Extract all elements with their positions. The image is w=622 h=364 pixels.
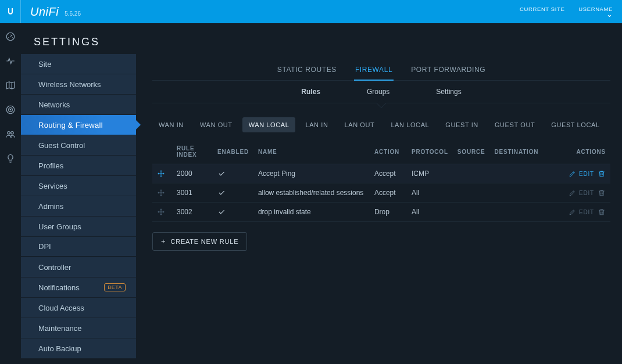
check-icon <box>217 170 249 178</box>
chip-guest-in[interactable]: GUEST IN <box>439 117 485 132</box>
left-rail <box>0 23 21 364</box>
sidebar-item-routing-firewall[interactable]: Routing & Firewall <box>21 115 136 135</box>
th-enabled[interactable]: ENABLED <box>213 140 253 164</box>
sidebar-item-services[interactable]: Services <box>21 176 136 196</box>
cell-protocol: All <box>407 203 453 222</box>
tab-firewall[interactable]: FIREWALL <box>354 61 394 81</box>
sidebar-item-label: Controller <box>38 263 71 272</box>
th-action[interactable]: ACTION <box>370 140 407 164</box>
cell-action: Drop <box>370 203 407 222</box>
cell-source <box>453 164 490 183</box>
sidebar-item-user-groups[interactable]: User Groups <box>21 217 136 237</box>
th-rule-index[interactable]: RULE INDEX <box>172 140 213 164</box>
create-new-rule-label: CREATE NEW RULE <box>170 238 238 245</box>
ubiquiti-logo[interactable] <box>0 0 21 23</box>
cell-name: drop invalid state <box>253 203 370 222</box>
drag-handle-icon[interactable] <box>157 189 167 197</box>
create-new-rule-button[interactable]: + CREATE NEW RULE <box>152 232 247 251</box>
brand-name: UniFi <box>30 5 59 19</box>
chip-lan-out[interactable]: LAN OUT <box>338 117 381 132</box>
cell-name: Accept Ping <box>253 164 370 183</box>
current-site-dropdown[interactable]: CURRENT SITE <box>520 6 564 12</box>
delete-button[interactable] <box>598 189 606 197</box>
cell-rule-index: 3001 <box>172 183 213 203</box>
page-title: SETTINGS <box>21 23 622 54</box>
bulb-icon[interactable] <box>5 153 16 164</box>
sidebar-item-label: Notifications <box>38 283 80 292</box>
delete-button[interactable] <box>598 208 606 216</box>
username-dropdown[interactable]: USERNAME ⌄ <box>578 6 613 17</box>
edit-label: EDIT <box>579 190 594 196</box>
chip-lan-local[interactable]: LAN LOCAL <box>384 117 435 132</box>
sidebar-item-guest-control[interactable]: Guest Control <box>21 135 136 156</box>
sidebar-item-label: Profiles <box>38 161 63 170</box>
sidebar-item-label: User Groups <box>38 222 81 231</box>
sidebar-item-wireless-networks[interactable]: Wireless Networks <box>21 74 136 95</box>
current-site-label: CURRENT SITE <box>520 6 564 12</box>
top-bar: UniFi 5.6.26 CURRENT SITE USERNAME ⌄ <box>0 0 622 23</box>
table-row[interactable]: 3002drop invalid stateDropAllEDIT <box>152 203 610 222</box>
tabs-primary: STATIC ROUTESFIREWALLPORT FORWARDING <box>152 54 610 81</box>
cell-protocol: All <box>407 183 453 203</box>
edit-button[interactable]: EDIT <box>569 208 594 216</box>
subtab-groups[interactable]: Groups <box>367 81 389 103</box>
sidebar-item-controller[interactable]: Controller <box>21 257 136 277</box>
rule-group-chips: WAN INWAN OUTWAN LOCALLAN INLAN OUTLAN L… <box>152 117 610 132</box>
cell-destination <box>489 183 543 203</box>
tab-static-routes[interactable]: STATIC ROUTES <box>276 61 338 80</box>
sidebar-item-label: Maintenance <box>38 324 81 333</box>
th-destination[interactable]: DESTINATION <box>489 140 543 164</box>
delete-button[interactable] <box>598 170 606 178</box>
edit-button[interactable]: EDIT <box>569 189 594 197</box>
chevron-down-icon: ⌄ <box>606 12 613 17</box>
sidebar-item-admins[interactable]: Admins <box>21 196 136 217</box>
chip-lan-in[interactable]: LAN IN <box>299 117 334 132</box>
sidebar-item-auto-backup[interactable]: Auto Backup <box>21 338 136 359</box>
sidebar-item-site[interactable]: Site <box>21 54 136 74</box>
cell-rule-index: 3002 <box>172 203 213 222</box>
sidebar-item-profiles[interactable]: Profiles <box>21 156 136 176</box>
edit-label: EDIT <box>579 209 594 215</box>
sidebar-item-notifications[interactable]: NotificationsBETA <box>21 277 136 298</box>
brand: UniFi 5.6.26 <box>30 5 81 19</box>
cell-action: Accept <box>370 164 407 183</box>
chip-wan-out[interactable]: WAN OUT <box>194 117 239 132</box>
chip-guest-out[interactable]: GUEST OUT <box>488 117 541 132</box>
svg-point-5 <box>11 132 14 135</box>
sidebar-item-label: Networks <box>38 100 70 109</box>
th-protocol[interactable]: PROTOCOL <box>407 140 453 164</box>
sidebar-item-cloud-access[interactable]: Cloud Access <box>21 298 136 318</box>
chip-guest-local[interactable]: GUEST LOCAL <box>545 117 606 132</box>
sidebar-item-label: Site <box>38 60 51 69</box>
chip-wan-in[interactable]: WAN IN <box>152 117 190 132</box>
subtab-settings[interactable]: Settings <box>436 81 461 103</box>
sidebar-item-label: Admins <box>38 202 63 211</box>
check-icon <box>217 208 249 216</box>
radar-icon[interactable] <box>5 104 16 115</box>
table-row[interactable]: 3001allow established/related sessionsAc… <box>152 183 610 203</box>
subtab-rules[interactable]: Rules <box>301 81 320 103</box>
edit-button[interactable]: EDIT <box>569 170 594 178</box>
th-actions: ACTIONS <box>543 140 610 164</box>
th-name[interactable]: NAME <box>253 140 370 164</box>
rules-table: RULE INDEX ENABLED NAME ACTION PROTOCOL … <box>152 140 610 222</box>
speedometer-icon[interactable] <box>5 31 16 42</box>
activity-icon[interactable] <box>5 56 16 66</box>
svg-point-3 <box>10 109 11 110</box>
table-row[interactable]: 2000Accept PingAcceptICMPEDIT <box>152 164 610 183</box>
beta-badge: BETA <box>104 283 126 291</box>
tab-port-forwarding[interactable]: PORT FORWARDING <box>410 61 487 80</box>
tabs-secondary: RulesGroupsSettings <box>152 81 610 103</box>
drag-handle-icon[interactable] <box>157 170 167 178</box>
users-icon[interactable] <box>5 129 16 139</box>
sidebar-item-label: Cloud Access <box>38 304 84 312</box>
sidebar-item-maintenance[interactable]: Maintenance <box>21 318 136 338</box>
th-source[interactable]: SOURCE <box>453 140 490 164</box>
sidebar-item-dpi[interactable]: DPI <box>21 237 136 257</box>
map-icon[interactable] <box>5 80 16 91</box>
drag-handle-icon[interactable] <box>157 208 167 216</box>
sidebar-item-label: Services <box>38 182 67 190</box>
chip-wan-local[interactable]: WAN LOCAL <box>242 117 296 132</box>
edit-label: EDIT <box>579 171 594 177</box>
sidebar-item-networks[interactable]: Networks <box>21 95 136 115</box>
